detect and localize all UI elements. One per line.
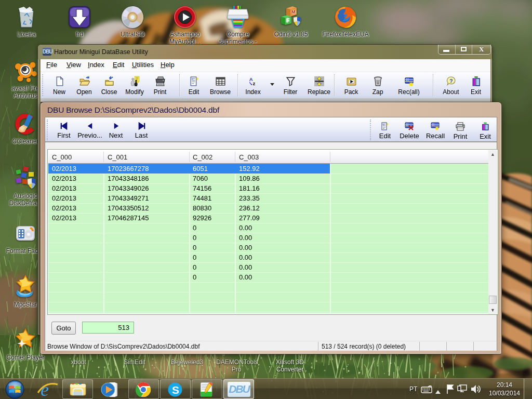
svg-text:?: ? [449,78,453,84]
svg-text:M: M [291,9,296,15]
svg-text:S: S [172,384,179,396]
svg-text:F: F [286,18,289,23]
svg-text:z: z [252,81,255,86]
